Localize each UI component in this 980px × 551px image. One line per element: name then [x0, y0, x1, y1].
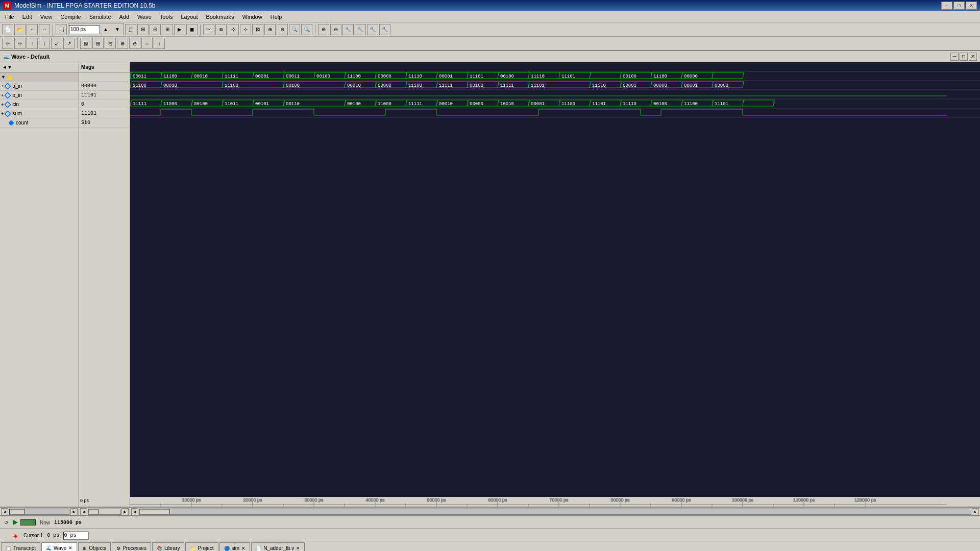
extra-btn2[interactable]: ⊖	[330, 24, 341, 35]
hscroll-values-thumb[interactable]	[88, 509, 99, 514]
wave-tb-btn1[interactable]: ⊹	[2, 38, 13, 49]
scroll-val-left[interactable]: ◄	[80, 508, 87, 515]
close-button[interactable]: ✕	[966, 2, 977, 10]
signal-row-group[interactable]: ▼	[0, 72, 79, 82]
zoom-btn4[interactable]: 🔍	[301, 24, 312, 35]
hscroll-values-track[interactable]	[88, 509, 121, 515]
hscroll-values[interactable]: ◄ ►	[79, 508, 130, 516]
extra-btn3[interactable]: 🔧	[342, 24, 354, 35]
expand-sum[interactable]: +	[1, 111, 4, 116]
wave-pin-button[interactable]: ─	[950, 53, 959, 61]
hscroll-left[interactable]: ◄ ►	[0, 508, 79, 516]
tab-transcript[interactable]: 📋 Transcript	[1, 542, 40, 551]
wave-float-button[interactable]: □	[960, 53, 968, 61]
minimize-button[interactable]: ─	[941, 2, 952, 10]
stop-btn[interactable]: ◼	[186, 24, 198, 35]
menu-add[interactable]: Add	[115, 13, 134, 21]
hscroll-main[interactable]: ◄ ►	[130, 508, 980, 516]
zoom-btn3[interactable]: 🔍	[289, 24, 300, 35]
signal-row-b_in[interactable]: + b_in	[0, 91, 79, 100]
wave-tb-btn8[interactable]: ⊞	[92, 38, 104, 49]
forward-button[interactable]: →	[39, 24, 50, 35]
menu-bookmarks[interactable]: Bookmarks	[202, 13, 238, 21]
menu-file[interactable]: File	[1, 13, 18, 21]
menu-help[interactable]: Help	[266, 13, 286, 21]
menu-wave[interactable]: Wave	[133, 13, 156, 21]
group-expand[interactable]: ▼	[1, 74, 6, 80]
title-bar-controls[interactable]: ─ □ ✕	[941, 2, 977, 10]
wave-tb-btn9[interactable]: ⊟	[105, 38, 116, 49]
tab-library[interactable]: 📚 Library	[152, 542, 185, 551]
tab-n-adder-tb[interactable]: 📄 N_adder_tb.v ✕	[251, 542, 305, 551]
expand-a_in[interactable]: +	[1, 84, 4, 89]
wave-btn[interactable]: 〰	[203, 24, 214, 35]
scroll-left-btn[interactable]: ◄	[1, 508, 8, 515]
zoom-out2[interactable]: ⊖	[277, 24, 288, 35]
hscroll-main-track[interactable]	[139, 509, 971, 515]
extra-btn6[interactable]: 🔧	[379, 24, 390, 35]
tab-processes[interactable]: ⚙ Processes	[112, 542, 151, 551]
open-button[interactable]: 📂	[14, 24, 26, 35]
menu-compile[interactable]: Compile	[56, 13, 85, 21]
select-button[interactable]: ⬚	[56, 24, 67, 35]
extra-btn1[interactable]: ⊕	[318, 24, 329, 35]
cursor-btn2[interactable]: ⊹	[240, 24, 251, 35]
menu-view[interactable]: View	[36, 13, 57, 21]
waveform-panel[interactable]: 00011 11100 00010 11111 00001 00011 0010…	[130, 62, 980, 497]
wave-tb-btn10[interactable]: ⊕	[117, 38, 128, 49]
signal-row-count[interactable]: count	[0, 118, 79, 128]
hscroll-main-right[interactable]: ►	[972, 508, 979, 515]
hscroll-track-left[interactable]	[9, 509, 69, 515]
extra-btn5[interactable]: 🔧	[367, 24, 378, 35]
hscroll-thumb-left[interactable]	[10, 509, 25, 514]
cursor-input[interactable]	[63, 532, 89, 540]
cursor-btn[interactable]: ⊹	[228, 24, 239, 35]
zoom-out-btn[interactable]: ⊟	[150, 24, 161, 35]
expand-b_in[interactable]: +	[1, 93, 4, 98]
menu-tools[interactable]: Tools	[156, 13, 177, 21]
wave-tb-btn5[interactable]: ↙	[51, 38, 62, 49]
zoom-in-btn1[interactable]: ⬚	[125, 24, 136, 35]
menu-layout[interactable]: Layout	[177, 13, 202, 21]
extra-btn4[interactable]: 🔧	[355, 24, 366, 35]
tab-sim[interactable]: 🔵 sim ✕	[219, 542, 251, 551]
time-input[interactable]	[69, 25, 100, 34]
signal-row-a_in[interactable]: + a_in	[0, 82, 79, 91]
wave-tb-btn3[interactable]: ↑	[27, 38, 38, 49]
wave-close-button[interactable]: ✕	[969, 53, 977, 61]
tab-n-adder-close[interactable]: ✕	[296, 546, 300, 551]
wave-tb-btn4[interactable]: ↕	[39, 38, 50, 49]
wave-tb-btn2[interactable]: ⊹	[14, 38, 26, 49]
zoom-in-btn2[interactable]: ⊞	[137, 24, 149, 35]
tab-wave[interactable]: 🌊 Wave ✕	[41, 542, 77, 551]
scroll-right-btn[interactable]: ►	[70, 508, 78, 515]
menu-edit[interactable]: Edit	[18, 13, 36, 21]
scroll-val-right[interactable]: ►	[121, 508, 129, 515]
time-up[interactable]: ▲	[100, 24, 111, 35]
wave-header-controls[interactable]: ─ □ ✕	[950, 53, 977, 61]
hscroll-main-left[interactable]: ◄	[131, 508, 138, 515]
menu-window[interactable]: Window	[238, 13, 266, 21]
tab-sim-close[interactable]: ✕	[241, 546, 246, 551]
signal-row-cin[interactable]: + cin	[0, 100, 79, 109]
wave-tb-btn13[interactable]: ↕	[154, 38, 165, 49]
wave-tb-btn11[interactable]: ⊖	[129, 38, 140, 49]
tab-wave-close[interactable]: ✕	[68, 545, 72, 550]
wave-btn2[interactable]: ≋	[215, 24, 227, 35]
wave-tb-btn12[interactable]: ↔	[141, 38, 153, 49]
back-button[interactable]: ←	[27, 24, 38, 35]
step-btn[interactable]: ⊞	[162, 24, 173, 35]
wave-tb-btn7[interactable]: ⊠	[80, 38, 91, 49]
new-button[interactable]: 📄	[2, 24, 13, 35]
zoom-in2[interactable]: ⊕	[264, 24, 276, 35]
zoom-full[interactable]: ⊠	[252, 24, 263, 35]
expand-cin[interactable]: +	[1, 102, 4, 107]
tab-project[interactable]: 📁 Project	[185, 542, 218, 551]
signal-row-sum[interactable]: + sum	[0, 109, 79, 118]
time-down[interactable]: ▼	[112, 24, 123, 35]
tab-objects[interactable]: ⊞ Objects	[78, 542, 111, 551]
hscroll-main-thumb[interactable]	[139, 509, 170, 514]
run-btn[interactable]: ▶	[174, 24, 185, 35]
maximize-button[interactable]: □	[953, 2, 965, 10]
menu-simulate[interactable]: Simulate	[85, 13, 115, 21]
